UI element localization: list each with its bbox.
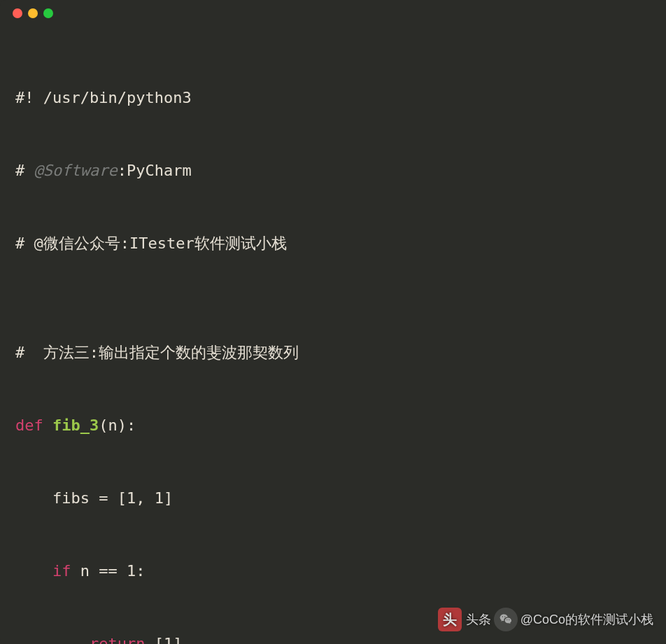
- code-line: # @Software:PyCharm: [15, 153, 651, 189]
- keyword-return: return: [15, 635, 145, 644]
- code-window: #! /usr/bin/python3 # @Software:PyCharm …: [0, 0, 666, 644]
- watermark: 头 头条 @CoCo的软件测试小栈: [438, 608, 653, 631]
- watermark-prefix: 头条: [466, 611, 491, 628]
- window-titlebar: [0, 0, 666, 27]
- code-line: def fib_3(n):: [15, 407, 651, 444]
- wechat-icon: [494, 608, 518, 631]
- watermark-logo-icon: 头: [438, 608, 462, 631]
- code-comment-prefix: #: [15, 162, 34, 179]
- code-text: n == 1:: [71, 562, 145, 580]
- code-text: fibs = [1, 1]: [15, 489, 173, 507]
- code-text: (n):: [99, 416, 136, 434]
- function-name: fib_3: [52, 416, 99, 434]
- code-line: if n == 1:: [15, 553, 651, 589]
- code-comment: # 方法三:输出指定个数的斐波那契数列: [15, 344, 299, 361]
- minimize-icon[interactable]: [28, 8, 38, 18]
- keyword-if: if: [15, 562, 71, 580]
- maximize-icon[interactable]: [43, 8, 53, 18]
- watermark-handle: @CoCo的软件测试小栈: [520, 611, 653, 628]
- code-line: fibs = [1, 1]: [15, 480, 651, 517]
- code-line: # 方法三:输出指定个数的斐波那契数列: [15, 335, 651, 371]
- code-line: # @微信公众号:ITester软件测试小栈: [15, 225, 651, 262]
- keyword-def: def: [15, 416, 52, 434]
- code-text: [1]: [145, 635, 182, 644]
- code-decorator: @Software: [34, 162, 118, 179]
- code-line: #! /usr/bin/python3: [15, 80, 651, 116]
- code-shebang: #! /usr/bin/python3: [15, 89, 192, 106]
- code-block: #! /usr/bin/python3 # @Software:PyCharm …: [0, 27, 666, 644]
- code-comment: # @微信公众号:ITester软件测试小栈: [15, 234, 287, 252]
- code-text: :PyCharm: [118, 162, 192, 179]
- close-icon[interactable]: [13, 8, 22, 18]
